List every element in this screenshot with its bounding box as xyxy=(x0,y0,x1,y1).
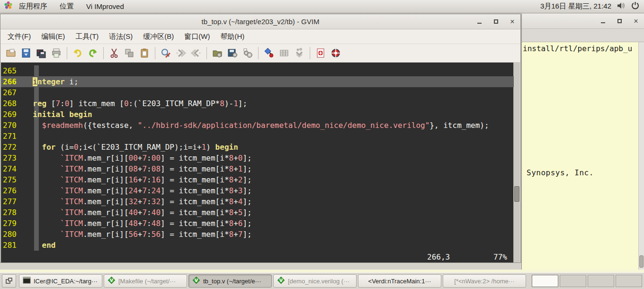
background-window[interactable]: × install/rtl/perips/apb_u Synopsys, Inc… xyxy=(521,14,644,270)
power-icon[interactable] xyxy=(631,1,639,11)
line-number: 266 xyxy=(1,76,24,87)
maximize-button[interactable] xyxy=(616,18,623,25)
gvim-menu-item-1[interactable]: 编辑(E) xyxy=(36,31,70,43)
scrollbar-thumb[interactable] xyxy=(514,186,519,202)
minimize-button[interactable] xyxy=(476,18,483,25)
code-line-279[interactable]: 279 `ITCM.mem_r[i][48+7:48] = itcm_mem[i… xyxy=(1,218,514,229)
gvim-menu-item-6[interactable]: 帮助(H) xyxy=(215,31,250,43)
taskbar-button-2[interactable]: Vtb_top.v (~/target/e··· xyxy=(188,274,272,288)
code-line-272[interactable]: 272 for (i=0;i<(`E203_ITCM_RAM_DP);i=i+1… xyxy=(1,142,514,153)
taskbar-button-label: [demo_nice.verilog (··· xyxy=(288,278,349,285)
taskbar-button-1[interactable]: V[Makefile (~/target/··· xyxy=(104,274,187,288)
find-help-icon[interactable] xyxy=(328,45,343,61)
taskbar-button-5[interactable]: [*<nWave:2> /home··· xyxy=(443,274,526,288)
code-line-277[interactable]: 277 `ITCM.mem_r[i][32+7:32] = itcm_mem[i… xyxy=(1,196,514,207)
save-session-icon[interactable] xyxy=(225,45,240,61)
make-icon[interactable] xyxy=(261,45,277,61)
panel-clock[interactable]: 3月16日 星期三, 21:42 xyxy=(540,2,611,11)
panel-menu-2[interactable]: Vi IMproved xyxy=(80,0,130,13)
line-number: 275 xyxy=(1,174,24,185)
build-tags-icon[interactable] xyxy=(277,45,292,61)
find-prev-icon[interactable] xyxy=(188,45,204,61)
panel-menu-0[interactable]: 应用程序 xyxy=(13,0,54,13)
top-panel: 应用程序位置Vi IMproved 3月16日 星期三, 21:42 xyxy=(0,0,644,13)
scrollbar-thumb[interactable] xyxy=(639,255,644,268)
load-session-icon[interactable] xyxy=(210,45,225,61)
run-script-icon[interactable] xyxy=(240,45,255,61)
gvim-menu-item-3[interactable]: 语法(S) xyxy=(104,31,138,43)
terminal-icon xyxy=(23,277,31,286)
code-line-267[interactable]: 267 xyxy=(1,87,514,98)
code-line-275[interactable]: 275 `ITCM.mem_r[i][16+7:16] = itcm_mem[i… xyxy=(1,174,514,185)
editor[interactable]: 265266 integer i;267268 reg [7:0] itcm_m… xyxy=(1,63,514,252)
toolbar-separator xyxy=(67,47,67,59)
code-line-278[interactable]: 278 `ITCM.mem_r[i][40+7:40] = itcm_mem[i… xyxy=(1,207,514,218)
volume-icon[interactable] xyxy=(617,2,626,11)
copy-icon[interactable] xyxy=(122,45,137,61)
taskbar-buttons: ICer@IC_EDA:~/targ···V[Makefile (~/targe… xyxy=(19,274,526,288)
line-number: 277 xyxy=(1,196,24,207)
find-next-icon[interactable] xyxy=(173,45,188,61)
find-replace-icon[interactable] xyxy=(158,45,173,61)
redo-icon[interactable] xyxy=(85,45,100,61)
distro-logo-icon[interactable] xyxy=(4,1,13,12)
close-button[interactable]: × xyxy=(509,18,516,25)
code-line-266[interactable]: 266 integer i; xyxy=(1,76,514,87)
cut-icon[interactable] xyxy=(107,45,122,61)
gvim-statusline: 266,3 77% xyxy=(1,252,514,262)
paste-icon[interactable] xyxy=(137,45,152,61)
svg-text:V: V xyxy=(279,278,283,283)
save-file-icon[interactable] xyxy=(18,45,34,61)
path-text: install/rtl/perips/apb_u xyxy=(523,44,632,53)
taskbar-button-4[interactable]: <Verdi:nTraceMain:1··· xyxy=(358,274,441,288)
toolbar-separator xyxy=(155,47,155,59)
code-line-280[interactable]: 280 `ITCM.mem_r[i][56+7:56] = itcm_mem[i… xyxy=(1,229,514,240)
code-line-276[interactable]: 276 `ITCM.mem_r[i][24+7:24] = itcm_mem[i… xyxy=(1,185,514,196)
code-line-269[interactable]: 269 initial begin xyxy=(1,109,514,120)
workspace-2[interactable] xyxy=(560,275,586,287)
print-icon[interactable] xyxy=(49,45,64,61)
gvim-menu-item-0[interactable]: 文件(F) xyxy=(2,31,36,43)
open-file-icon[interactable] xyxy=(3,45,18,61)
code-line-268[interactable]: 268 reg [7:0] itcm_mem [0:(`E203_ITCM_RA… xyxy=(1,98,514,109)
taskbar-button-0[interactable]: ICer@IC_EDA:~/targ··· xyxy=(19,274,102,288)
svg-text:V: V xyxy=(195,278,198,283)
code-line-270[interactable]: 270 $readmemh({testcase, "../hbird-sdk/a… xyxy=(1,120,514,131)
close-button[interactable]: × xyxy=(633,18,639,25)
code-line-265[interactable]: 265 xyxy=(1,65,514,76)
toolbar-separator xyxy=(310,47,310,59)
taskbar: ICer@IC_EDA:~/targ···V[Makefile (~/targe… xyxy=(0,272,644,289)
maximize-button[interactable] xyxy=(492,18,499,25)
workspace-1[interactable] xyxy=(532,275,558,287)
line-number: 274 xyxy=(1,163,24,174)
code-line-274[interactable]: 274 `ITCM.mem_r[i][08+7:08] = itcm_mem[i… xyxy=(1,163,514,174)
save-all-icon[interactable] xyxy=(34,45,49,61)
background-window-titlebar[interactable]: × xyxy=(522,14,644,29)
jump-to-tag-icon[interactable] xyxy=(292,45,307,61)
undo-icon[interactable] xyxy=(70,45,85,61)
code-line-271[interactable]: 271 xyxy=(1,131,514,142)
synopsys-text: Synopsys, Inc. xyxy=(527,168,594,177)
taskbar-button-3[interactable]: V[demo_nice.verilog (··· xyxy=(273,274,357,288)
line-number: 278 xyxy=(1,207,24,218)
background-window-scrollbar[interactable] xyxy=(638,42,644,270)
workspace-3[interactable] xyxy=(588,275,614,287)
line-number: 271 xyxy=(1,131,24,142)
background-window-toolbar xyxy=(522,29,644,42)
window-selector-icon[interactable] xyxy=(2,274,16,288)
line-number: 269 xyxy=(1,109,24,120)
taskbar-button-label: tb_top.v (~/target/e··· xyxy=(203,278,261,285)
workspace-4[interactable] xyxy=(616,275,642,287)
gvim-scrollbar[interactable] xyxy=(513,63,520,262)
gvim-icon: V xyxy=(192,276,200,286)
help-icon[interactable] xyxy=(313,45,328,61)
gvim-menubar: 文件(F)编辑(E)工具(T)语法(S)缓冲区(B)窗口(W)帮助(H) xyxy=(0,29,520,44)
panel-menu-1[interactable]: 位置 xyxy=(54,0,80,13)
minimize-button[interactable] xyxy=(599,18,606,25)
code-line-273[interactable]: 273 `ITCM.mem_r[i][00+7:00] = itcm_mem[i… xyxy=(1,153,514,163)
gvim-menu-item-5[interactable]: 窗口(W) xyxy=(179,31,215,43)
gvim-titlebar[interactable]: tb_top.v (~/target/e203_v2/tb) - GVIM × xyxy=(0,14,520,29)
code-line-281[interactable]: 281 end xyxy=(1,240,514,251)
gvim-menu-item-4[interactable]: 缓冲区(B) xyxy=(138,31,179,43)
gvim-menu-item-2[interactable]: 工具(T) xyxy=(70,31,104,43)
